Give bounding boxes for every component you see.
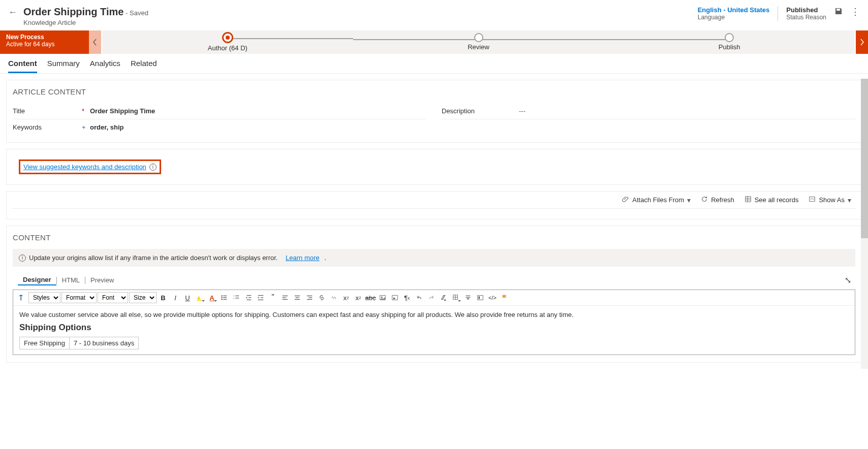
svg-rect-4 xyxy=(810,197,815,202)
more-actions-icon[interactable]: ⋮ xyxy=(851,6,860,16)
tab-analytics[interactable]: Analytics xyxy=(90,59,120,73)
learn-more-link[interactable]: Learn more xyxy=(286,254,319,262)
table-button[interactable] xyxy=(450,292,461,303)
svg-rect-5 xyxy=(197,300,202,301)
page-title: Order Shipping Time xyxy=(23,6,123,17)
header-language[interactable]: English - United States Language xyxy=(698,6,770,21)
svg-point-7 xyxy=(221,297,223,299)
tab-related[interactable]: Related xyxy=(131,59,157,73)
field-description[interactable]: Description --- xyxy=(442,103,855,119)
svg-text:▶: ▶ xyxy=(393,296,396,300)
attach-files-button[interactable]: Attach Files From ▾ xyxy=(622,196,691,204)
grid-section: Attach Files From ▾ Refresh See all reco… xyxy=(6,191,862,219)
status-label: Status Reason xyxy=(786,14,826,21)
align-right-button[interactable] xyxy=(304,292,315,303)
align-left-button[interactable] xyxy=(280,292,291,303)
process-name: New Process xyxy=(6,34,83,41)
process-info[interactable]: New Process Active for 64 days xyxy=(0,30,89,54)
stage-publish[interactable]: Publish xyxy=(604,33,855,52)
scrollbar[interactable] xyxy=(861,79,868,369)
recommended-icon: + xyxy=(82,123,87,131)
number-list-button[interactable]: 12 xyxy=(231,292,242,303)
suggestions-section: View suggested keywords and description … xyxy=(6,149,862,185)
stage-review[interactable]: Review xyxy=(353,33,604,52)
tab-content[interactable]: Content xyxy=(8,59,37,73)
indent-button[interactable] xyxy=(255,292,266,303)
underline-button[interactable]: U xyxy=(182,292,193,303)
size-select[interactable]: Size xyxy=(129,292,157,303)
styles-select[interactable]: Styles xyxy=(28,292,60,303)
show-as-button[interactable]: Show As ▾ xyxy=(809,196,851,204)
editor-body[interactable]: We value customer service above all else… xyxy=(13,306,855,355)
bullet-list-button[interactable] xyxy=(219,292,230,303)
process-next-button[interactable] xyxy=(856,30,868,54)
format-select[interactable]: Format xyxy=(61,292,97,303)
field-title[interactable]: Title * Order Shipping Time xyxy=(13,103,426,119)
link-button[interactable] xyxy=(316,292,327,303)
see-all-records-button[interactable]: See all records xyxy=(745,196,799,204)
language-label: Language xyxy=(698,14,770,21)
refresh-button[interactable]: Refresh xyxy=(701,196,734,204)
editor-tab-designer[interactable]: Designer xyxy=(18,275,56,285)
info-icon[interactable]: i xyxy=(149,164,157,171)
svg-point-32 xyxy=(381,297,383,298)
undo-button[interactable] xyxy=(414,292,425,303)
clear-format-button[interactable] xyxy=(438,292,449,303)
view-suggestions-link[interactable]: View suggested keywords and description xyxy=(23,163,146,171)
tab-summary[interactable]: Summary xyxy=(47,59,80,73)
title-area: Order Shipping Time - Saved Knowledge Ar… xyxy=(23,6,692,26)
save-icon[interactable] xyxy=(834,6,843,17)
language-value: English - United States xyxy=(698,6,770,14)
font-select[interactable]: Font xyxy=(98,292,128,303)
body-heading: Shipping Options xyxy=(19,323,849,333)
source-button[interactable]: </> xyxy=(487,292,498,303)
strikethrough-button[interactable]: abc xyxy=(365,292,376,303)
field-keywords[interactable]: Keywords + order, ship xyxy=(13,119,426,135)
entity-subtitle: Knowledge Article xyxy=(23,19,692,26)
table-row: Free Shipping 7 - 10 business days xyxy=(20,337,139,349)
process-bar: New Process Active for 64 days Author (6… xyxy=(0,30,868,54)
expand-editor-button[interactable]: ⤡ xyxy=(845,275,851,285)
scrollbar-thumb[interactable] xyxy=(861,79,868,238)
redo-button[interactable] xyxy=(426,292,437,303)
highlight-color-button[interactable] xyxy=(194,292,205,303)
svg-point-6 xyxy=(221,295,223,297)
format-painter-icon[interactable] xyxy=(16,292,27,303)
stage-active-icon xyxy=(222,32,233,43)
image-button[interactable] xyxy=(377,292,388,303)
superscript-button[interactable]: x2 xyxy=(340,292,352,303)
content-editor-section: CONTENT i Update your origins allow list… xyxy=(6,226,862,363)
align-center-button[interactable] xyxy=(292,292,303,303)
chevron-down-icon: ▾ xyxy=(848,196,851,204)
italic-button[interactable]: I xyxy=(170,292,181,303)
editor-toolbar: Styles Format Font Size B I U A 12 ” x2 … xyxy=(13,290,855,306)
personalize-button[interactable] xyxy=(475,292,486,303)
font-color-button[interactable]: A xyxy=(206,292,218,303)
paperclip-icon xyxy=(622,196,629,204)
subscript-button[interactable]: x2 xyxy=(353,292,364,303)
info-icon: i xyxy=(19,254,26,262)
iframe-button[interactable]: ▶ xyxy=(389,292,400,303)
refresh-icon xyxy=(701,196,708,204)
header-right: English - United States Language Publish… xyxy=(698,6,860,21)
bold-button[interactable]: B xyxy=(158,292,169,303)
process-prev-button[interactable] xyxy=(89,30,101,54)
required-icon: * xyxy=(82,107,87,115)
stage-author[interactable]: Author (64 D) xyxy=(102,32,353,53)
flag-button[interactable] xyxy=(499,292,510,303)
editor-tab-html[interactable]: HTML xyxy=(57,275,85,285)
svg-rect-40 xyxy=(478,296,483,300)
editor-tabs: Designer HTML Preview ⤡ xyxy=(13,275,855,285)
editor-tab-preview[interactable]: Preview xyxy=(85,275,119,285)
stage-dot-icon xyxy=(725,33,734,42)
chevron-down-icon: ▾ xyxy=(687,196,691,204)
collapse-toolbar-button[interactable] xyxy=(462,292,474,303)
direction-button[interactable]: ¶‹ xyxy=(401,292,413,303)
header-status[interactable]: Published Status Reason xyxy=(786,6,826,21)
back-button[interactable]: ← xyxy=(8,6,17,18)
unlink-button[interactable] xyxy=(328,292,339,303)
outdent-button[interactable] xyxy=(243,292,254,303)
blockquote-button[interactable]: ” xyxy=(267,292,278,303)
form-tabs: Content Summary Analytics Related xyxy=(0,54,868,74)
svg-rect-0 xyxy=(745,197,751,202)
